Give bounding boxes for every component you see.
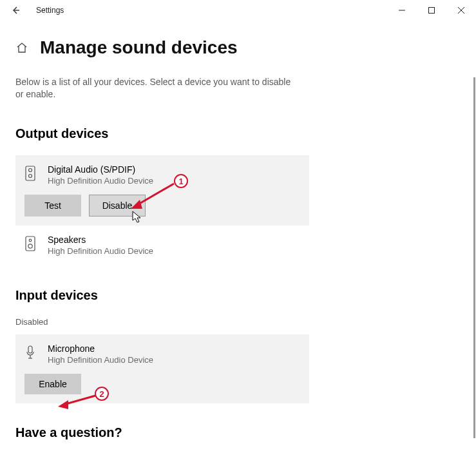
speaker-icon — [24, 236, 39, 253]
minimize-icon — [398, 6, 406, 14]
annotation-arrow-1 — [126, 180, 177, 213]
device-name: Microphone — [48, 343, 298, 354]
device-item-speakers[interactable]: Speakers High Definition Audio Device — [15, 226, 309, 265]
svg-line-14 — [137, 184, 174, 205]
svg-point-6 — [29, 168, 32, 171]
page-description: Below is a list of all your devices. Sel… — [15, 76, 299, 101]
window-title: Settings — [36, 6, 64, 15]
have-a-question-heading: Have a question? — [15, 425, 461, 440]
test-button[interactable]: Test — [24, 195, 81, 217]
microphone-icon — [24, 345, 39, 361]
enable-button[interactable]: Enable — [24, 374, 81, 394]
annotation-callout-2: 2 — [95, 387, 109, 401]
device-actions: Enable — [24, 374, 298, 394]
input-devices-heading: Input devices — [15, 288, 461, 303]
device-subtext: High Definition Audio Device — [48, 355, 298, 365]
annotation-callout-1: 1 — [174, 174, 188, 188]
device-row: Speakers High Definition Audio Device — [24, 235, 298, 256]
annotation-arrow-2 — [55, 392, 98, 410]
maximize-icon — [428, 6, 435, 14]
scrollbar[interactable] — [473, 77, 475, 438]
svg-marker-15 — [131, 200, 142, 209]
page-title: Manage sound devices — [40, 37, 238, 58]
output-devices-heading: Output devices — [15, 126, 461, 141]
disabled-group-label: Disabled — [15, 317, 461, 327]
close-button[interactable] — [446, 0, 476, 21]
svg-point-9 — [29, 239, 32, 242]
back-arrow-icon — [10, 5, 21, 15]
back-button[interactable] — [5, 0, 26, 21]
device-row: Microphone High Definition Audio Device — [24, 343, 298, 365]
title-bar: Settings — [0, 0, 476, 21]
svg-point-10 — [28, 244, 32, 248]
minimize-button[interactable] — [387, 0, 417, 21]
page-content: Manage sound devices Below is a list of … — [0, 21, 476, 440]
home-icon[interactable] — [15, 41, 28, 54]
close-icon — [457, 6, 465, 14]
svg-rect-2 — [429, 8, 435, 14]
device-subtext: High Definition Audio Device — [48, 246, 298, 256]
svg-line-16 — [66, 396, 95, 404]
svg-marker-17 — [58, 400, 68, 409]
device-name: Speakers — [48, 235, 298, 245]
svg-rect-11 — [28, 346, 32, 353]
maximize-button[interactable] — [417, 0, 446, 21]
spdif-icon — [24, 166, 39, 182]
window-controls — [387, 0, 476, 21]
svg-point-7 — [29, 174, 32, 177]
page-header: Manage sound devices — [15, 37, 461, 58]
device-name: Digital Audio (S/PDIF) — [48, 164, 298, 175]
